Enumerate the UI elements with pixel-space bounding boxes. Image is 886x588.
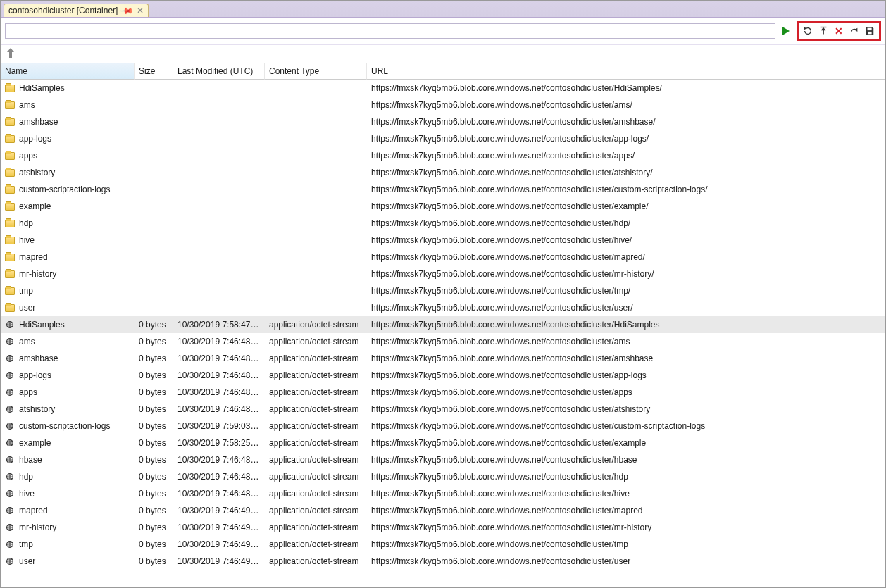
item-name: custom-scriptaction-logs [19,184,110,194]
table-row[interactable]: custom-scriptaction-logs0 bytes10/30/201… [1,418,885,434]
up-arrow-icon [6,48,15,58]
item-size: 0 bytes [135,556,173,566]
blob-icon [5,370,15,380]
grid-header: Name Size Last Modified (UTC) Content Ty… [1,63,885,80]
item-name: hbase [19,455,42,465]
table-row[interactable]: atshistoryhttps://fmxsk7kyq5mb6.blob.cor… [1,164,885,181]
tab-title: contosohdicluster [Container] [8,6,118,15]
item-type: application/octet-stream [265,539,367,549]
blob-icon [5,438,15,448]
table-row[interactable]: app-logshttps://fmxsk7kyq5mb6.blob.core.… [1,130,885,147]
table-row[interactable]: tmp0 bytes10/30/2019 7:46:49 PMapplicati… [1,536,885,553]
item-size: 0 bytes [135,320,173,330]
item-modified: 10/30/2019 7:46:48 PM [173,489,265,499]
column-header-size[interactable]: Size [135,63,173,80]
table-row[interactable]: mr-historyhttps://fmxsk7kyq5mb6.blob.cor… [1,265,885,282]
column-header-url[interactable]: URL [367,63,885,80]
pin-icon[interactable]: 📌 [120,4,134,17]
item-modified: 10/30/2019 7:46:48 PM [173,472,265,482]
table-row[interactable]: amshbasehttps://fmxsk7kyq5mb6.blob.core.… [1,113,885,130]
table-row[interactable]: hivehttps://fmxsk7kyq5mb6.blob.core.wind… [1,232,885,249]
item-size: 0 bytes [135,370,173,380]
item-url: https://fmxsk7kyq5mb6.blob.core.windows.… [367,539,885,549]
refresh-button[interactable] [801,25,814,37]
blob-icon [5,455,15,465]
table-row[interactable]: hdphttps://fmxsk7kyq5mb6.blob.core.windo… [1,215,885,232]
table-row[interactable]: hdp0 bytes10/30/2019 7:46:48 PMapplicati… [1,468,885,485]
item-modified: 10/30/2019 7:46:49 PM [173,506,265,515]
tab-contosohdicluster[interactable]: contosohdicluster [Container] 📌 ✕ [4,4,149,17]
delete-icon: ✕ [835,25,843,37]
folder-icon [5,220,15,227]
column-header-modified[interactable]: Last Modified (UTC) [173,63,265,80]
table-row[interactable]: custom-scriptaction-logshttps://fmxsk7ky… [1,181,885,198]
table-row[interactable]: app-logs0 bytes10/30/2019 7:46:48 PMappl… [1,367,885,384]
upload-icon [818,26,828,36]
address-input[interactable] [5,23,775,39]
item-type: application/octet-stream [265,421,367,431]
item-name: ams [19,100,35,110]
folder-icon [5,186,15,194]
table-row[interactable]: amshttps://fmxsk7kyq5mb6.blob.core.windo… [1,96,885,113]
blob-icon [5,387,15,397]
column-header-name[interactable]: Name [1,63,135,80]
redo-icon [849,26,859,36]
table-row[interactable]: hbase0 bytes10/30/2019 7:46:48 PMapplica… [1,451,885,468]
table-row[interactable]: mapred0 bytes10/30/2019 7:46:49 PMapplic… [1,502,885,519]
item-url: https://fmxsk7kyq5mb6.blob.core.windows.… [367,83,885,93]
item-name: atshistory [19,404,55,414]
table-row[interactable]: HdiSamples0 bytes10/30/2019 7:58:47 PMap… [1,316,885,333]
folder-icon [5,203,15,211]
table-row[interactable]: examplehttps://fmxsk7kyq5mb6.blob.core.w… [1,198,885,215]
table-row[interactable]: tmphttps://fmxsk7kyq5mb6.blob.core.windo… [1,282,885,299]
container-view-window: contosohdicluster [Container] 📌 ✕ ✕ [0,0,886,588]
table-row[interactable]: user0 bytes10/30/2019 7:46:49 PMapplicat… [1,553,885,570]
item-name: hive [19,235,35,245]
save-button[interactable] [863,25,876,37]
item-modified: 10/30/2019 7:46:48 PM [173,404,265,414]
folder-icon [5,254,15,261]
table-row[interactable]: mr-history0 bytes10/30/2019 7:46:49 PMap… [1,519,885,536]
open-button[interactable] [848,25,861,37]
table-row[interactable]: amshbase0 bytes10/30/2019 7:46:48 PMappl… [1,350,885,367]
item-size: 0 bytes [135,387,173,397]
item-name: HdiSamples [19,83,65,93]
upload-button[interactable] [817,25,830,37]
item-name: example [19,438,51,448]
column-header-type[interactable]: Content Type [265,63,367,80]
item-size: 0 bytes [135,472,173,482]
item-size: 0 bytes [135,523,173,532]
item-size: 0 bytes [135,539,173,549]
table-row[interactable]: HdiSampleshttps://fmxsk7kyq5mb6.blob.cor… [1,80,885,96]
item-name: example [19,201,51,211]
item-modified: 10/30/2019 7:46:48 PM [173,354,265,363]
table-row[interactable]: atshistory0 bytes10/30/2019 7:46:48 PMap… [1,401,885,418]
table-row[interactable]: appshttps://fmxsk7kyq5mb6.blob.core.wind… [1,147,885,164]
blob-icon [5,523,15,532]
table-row[interactable]: hive0 bytes10/30/2019 7:46:48 PMapplicat… [1,485,885,502]
table-row[interactable]: apps0 bytes10/30/2019 7:46:48 PMapplicat… [1,384,885,401]
item-type: application/octet-stream [265,523,367,532]
item-url: https://fmxsk7kyq5mb6.blob.core.windows.… [367,168,885,177]
item-modified: 10/30/2019 7:58:25 PM [173,438,265,448]
table-row[interactable]: userhttps://fmxsk7kyq5mb6.blob.core.wind… [1,299,885,316]
item-url: https://fmxsk7kyq5mb6.blob.core.windows.… [367,556,885,566]
go-button[interactable] [780,25,792,37]
folder-icon [5,169,15,177]
item-url: https://fmxsk7kyq5mb6.blob.core.windows.… [367,506,885,515]
folder-icon [5,85,15,92]
item-name: hdp [19,472,33,482]
item-url: https://fmxsk7kyq5mb6.blob.core.windows.… [367,252,885,262]
item-name: atshistory [19,168,55,177]
item-url: https://fmxsk7kyq5mb6.blob.core.windows.… [367,134,885,144]
up-button[interactable] [6,48,15,60]
blob-icon [5,556,15,566]
item-modified: 10/30/2019 7:46:48 PM [173,370,265,380]
table-row[interactable]: mapredhttps://fmxsk7kyq5mb6.blob.core.wi… [1,249,885,265]
delete-button[interactable]: ✕ [832,25,845,37]
item-url: https://fmxsk7kyq5mb6.blob.core.windows.… [367,235,885,245]
grid-body: HdiSampleshttps://fmxsk7kyq5mb6.blob.cor… [1,80,885,570]
table-row[interactable]: example0 bytes10/30/2019 7:58:25 PMappli… [1,434,885,451]
close-icon[interactable]: ✕ [137,6,144,15]
table-row[interactable]: ams0 bytes10/30/2019 7:46:48 PMapplicati… [1,333,885,350]
